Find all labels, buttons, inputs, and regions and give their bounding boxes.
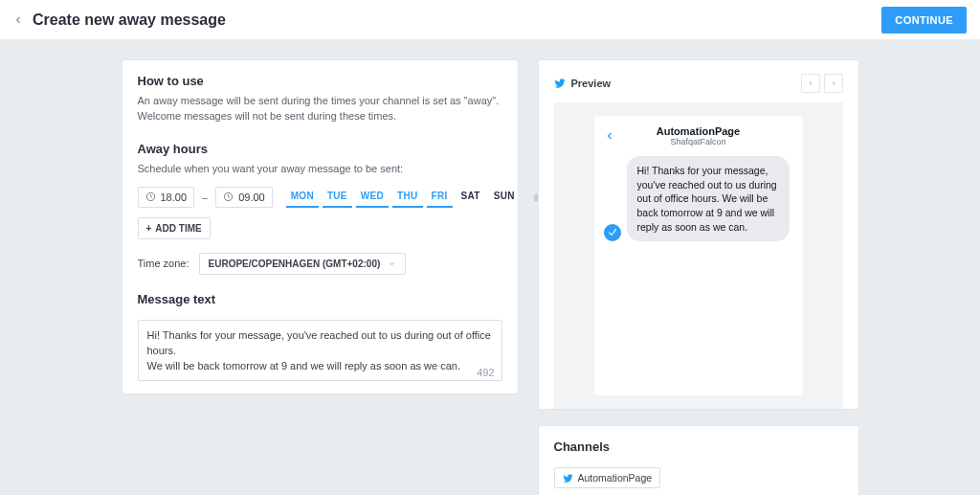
channels-card: Channels AutomationPage (538, 425, 859, 495)
away-hours-subtitle: Schedule when you want your away message… (138, 162, 502, 177)
time-range-row: 18.00 – 09.00 MON TUE WED THU FRI SAT SU (138, 187, 502, 208)
time-to-input[interactable]: 09.00 (215, 187, 273, 208)
clock-icon (223, 191, 234, 202)
preview-page-title: AutomationPage (604, 125, 793, 137)
day-thu[interactable]: THU (392, 187, 422, 208)
message-text-title: Message text (138, 292, 502, 306)
channel-chip[interactable]: AutomationPage (554, 467, 661, 488)
message-bubble: Hi! Thanks for your message, you've reac… (627, 156, 790, 241)
back-button[interactable] (10, 11, 27, 29)
char-count: 492 (138, 367, 502, 378)
timezone-row: Time zone: EUROPE/COPENHAGEN (GMT+02:00) (138, 253, 502, 275)
preview-prev-button[interactable] (801, 74, 820, 93)
channel-name: AutomationPage (578, 472, 653, 484)
add-time-label: ADD TIME (155, 223, 201, 234)
time-to-value: 09.00 (238, 191, 265, 203)
page-title: Create new away message (33, 11, 226, 29)
config-card: How to use An away message will be sent … (122, 59, 519, 394)
topbar: Create new away message CONTINUE (0, 0, 980, 40)
preview-phone: AutomationPage ShafqatFalcon Hi! Thanks … (594, 116, 803, 395)
continue-button[interactable]: CONTINUE (881, 7, 967, 34)
time-separator: – (202, 191, 208, 203)
timezone-select[interactable]: EUROPE/COPENHAGEN (GMT+02:00) (199, 253, 407, 275)
preview-page-handle: ShafqatFalcon (604, 137, 793, 146)
day-fri[interactable]: FRI (427, 187, 453, 208)
avatar (604, 224, 621, 241)
day-mon[interactable]: MON (286, 187, 319, 208)
day-tue[interactable]: TUE (323, 187, 352, 208)
preview-next-button[interactable] (824, 74, 843, 93)
how-to-use-title: How to use (138, 74, 502, 88)
day-wed[interactable]: WED (356, 187, 389, 208)
page-body: How to use An away message will be sent … (0, 40, 980, 495)
chevron-down-icon (388, 259, 396, 268)
timezone-value: EUROPE/COPENHAGEN (GMT+02:00) (209, 259, 381, 269)
preview-label: Preview (571, 78, 612, 89)
twitter-icon (563, 473, 573, 484)
preview-canvas: AutomationPage ShafqatFalcon Hi! Thanks … (554, 102, 843, 409)
day-picker: MON TUE WED THU FRI SAT SUN (286, 187, 520, 208)
away-hours-title: Away hours (138, 142, 502, 156)
preview-card: Preview A (538, 59, 859, 410)
twitter-icon (554, 78, 566, 89)
day-sat[interactable]: SAT (457, 187, 485, 208)
channels-title: Channels (554, 439, 843, 454)
time-from-input[interactable]: 18.00 (138, 187, 195, 208)
time-from-value: 18.00 (161, 191, 188, 203)
how-to-use-body: An away message will be sent during the … (138, 94, 502, 124)
clock-icon (145, 191, 156, 202)
add-time-button[interactable]: + ADD TIME (138, 217, 211, 239)
timezone-label: Time zone: (138, 258, 189, 269)
day-sun[interactable]: SUN (489, 187, 520, 208)
plus-icon: + (146, 223, 152, 234)
